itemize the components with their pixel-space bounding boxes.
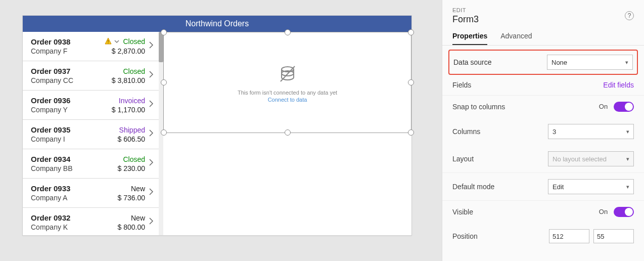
order-amount: $ 736.00 — [100, 194, 145, 202]
form-empty-state: This form isn't connected to any data ye… — [164, 32, 411, 133]
chevron-down-icon: ▾ — [626, 128, 629, 135]
fields-row: Fields Edit fields — [442, 75, 644, 96]
chevron-right-icon[interactable] — [145, 41, 157, 52]
position-x-input[interactable]: 512 — [549, 229, 589, 243]
resize-handle-ml[interactable] — [161, 79, 167, 85]
gallery-item[interactable]: Order 0937Company CCClosed$ 3,810.00 — [23, 61, 163, 91]
fields-label: Fields — [452, 81, 471, 89]
order-amount: $ 3,810.00 — [100, 76, 145, 84]
chevron-down-icon: ▾ — [625, 59, 628, 66]
default-mode-label: Default mode — [452, 183, 494, 191]
columns-value: 3 — [553, 128, 556, 136]
visible-toggle[interactable] — [614, 207, 634, 217]
orders-gallery[interactable]: Order 0938Company FClosed$ 2,870.00Order… — [23, 32, 163, 235]
order-number: Order 0938 — [31, 37, 100, 46]
svg-rect-2 — [108, 42, 109, 44]
company-name: Company A — [31, 194, 100, 202]
help-icon[interactable]: ? — [625, 11, 634, 20]
visible-row: Visible On — [442, 201, 644, 223]
order-number: Order 0934 — [31, 155, 100, 163]
company-name: Company F — [31, 47, 100, 55]
layout-dropdown[interactable]: No layout selected ▾ — [548, 151, 634, 166]
gallery-item[interactable]: Order 0933Company ANew$ 736.00 — [23, 179, 163, 208]
resize-handle-br[interactable] — [408, 129, 414, 136]
order-amount: $ 1,170.00 — [100, 106, 145, 114]
chevron-down-icon — [114, 38, 120, 46]
resize-handle-tl[interactable] — [161, 29, 167, 35]
gallery-item[interactable]: Order 0932Company KNew$ 800.00 — [23, 208, 163, 235]
default-mode-dropdown[interactable]: Edit ▾ — [548, 179, 634, 194]
chevron-down-icon: ▾ — [626, 156, 629, 162]
order-amount: $ 2,870.00 — [100, 47, 145, 55]
data-source-row-highlighted: Data source None ▾ — [448, 50, 638, 75]
app-title-bar: Northwind Orders — [23, 16, 411, 32]
order-status: New — [100, 214, 145, 222]
layout-value: No layout selected — [553, 155, 607, 163]
order-status: Invoiced — [100, 97, 145, 105]
svg-rect-1 — [108, 40, 109, 42]
snap-row: Snap to columns On — [442, 96, 644, 118]
chevron-right-icon[interactable] — [145, 100, 157, 110]
resize-handle-mr[interactable] — [408, 79, 414, 85]
order-number: Order 0933 — [31, 184, 100, 193]
form-control-selected[interactable]: This form isn't connected to any data ye… — [163, 32, 411, 133]
chevron-right-icon[interactable] — [145, 217, 157, 228]
scrollbar-thumb[interactable] — [159, 32, 163, 62]
order-amount: $ 800.00 — [100, 223, 145, 231]
tab-advanced[interactable]: Advanced — [500, 32, 532, 45]
chevron-right-icon[interactable] — [145, 70, 157, 81]
snap-toggle[interactable] — [614, 102, 634, 112]
app-title: Northwind Orders — [186, 19, 249, 28]
layout-label: Layout — [452, 155, 474, 163]
order-amount: $ 230.00 — [100, 164, 145, 172]
chevron-down-icon: ▾ — [626, 184, 629, 190]
resize-handle-bl[interactable] — [161, 129, 167, 136]
order-number: Order 0937 — [31, 67, 100, 75]
default-mode-value: Edit — [553, 183, 564, 191]
gallery-item[interactable]: Order 0936Company YInvoiced$ 1,170.00 — [23, 91, 163, 120]
visible-label: Visible — [452, 208, 473, 216]
gallery-item[interactable]: Order 0938Company FClosed$ 2,870.00 — [23, 32, 163, 61]
company-name: Company K — [31, 223, 100, 231]
resize-handle-bc[interactable] — [285, 129, 291, 136]
resize-handle-tr[interactable] — [408, 29, 414, 35]
gallery-item[interactable]: Order 0934Company BBClosed$ 230.00 — [23, 149, 163, 179]
columns-row: Columns 3 ▾ — [442, 118, 644, 145]
snap-state: On — [599, 103, 608, 110]
connect-to-data-link[interactable]: Connect to data — [268, 97, 307, 103]
position-row: Position 512 55 — [442, 223, 644, 249]
order-number: Order 0932 — [31, 213, 100, 222]
chevron-right-icon[interactable] — [145, 129, 157, 140]
order-status: Shipped — [100, 126, 145, 134]
order-status: Closed — [100, 67, 145, 75]
tab-properties[interactable]: Properties — [452, 32, 487, 45]
order-amount: $ 606.50 — [100, 135, 145, 143]
edit-fields-link[interactable]: Edit fields — [603, 81, 634, 89]
order-number: Order 0936 — [31, 96, 100, 105]
order-status: Closed — [100, 155, 145, 163]
order-status: Closed — [100, 37, 145, 47]
gallery-item[interactable]: Order 0935Company IShipped$ 606.50 — [23, 120, 163, 149]
company-name: Company BB — [31, 164, 100, 172]
properties-panel: EDIT Form3 ? Properties Advanced Data so… — [442, 0, 644, 261]
resize-handle-tc[interactable] — [285, 29, 291, 35]
chevron-right-icon[interactable] — [145, 188, 157, 198]
database-icon — [275, 62, 300, 86]
default-mode-row: Default mode Edit ▾ — [442, 173, 644, 201]
columns-dropdown[interactable]: 3 ▾ — [548, 124, 634, 139]
chevron-right-icon[interactable] — [145, 158, 157, 169]
company-name: Company I — [31, 135, 100, 143]
columns-label: Columns — [452, 127, 480, 136]
data-source-label: Data source — [453, 58, 491, 66]
data-source-dropdown[interactable]: None ▾ — [547, 55, 633, 70]
panel-tabs: Properties Advanced — [442, 25, 644, 46]
snap-label: Snap to columns — [452, 103, 505, 111]
app-canvas: Northwind Orders Order 0938Company FClos… — [22, 15, 412, 236]
company-name: Company CC — [31, 76, 100, 84]
company-name: Company Y — [31, 106, 100, 114]
data-source-value: None — [551, 59, 567, 66]
order-status: New — [100, 185, 145, 193]
position-label: Position — [452, 232, 478, 240]
layout-row: Layout No layout selected ▾ — [442, 145, 644, 173]
position-y-input[interactable]: 55 — [593, 229, 634, 243]
